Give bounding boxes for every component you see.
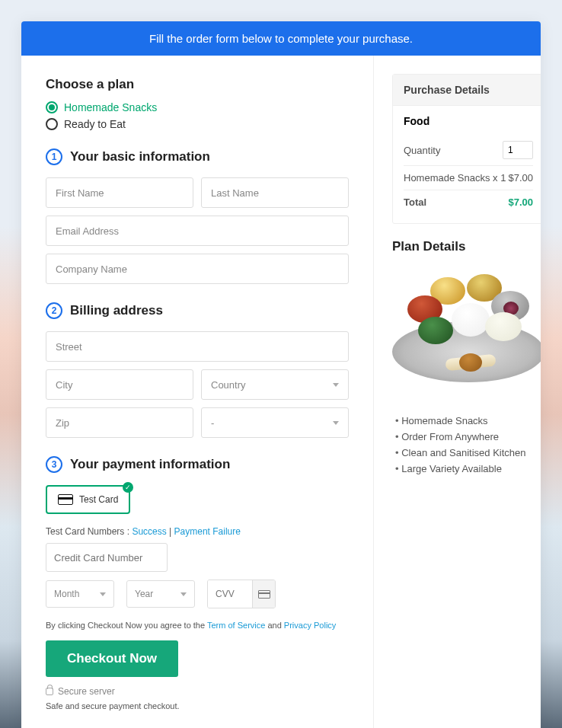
success-link[interactable]: Success — [132, 526, 166, 537]
chevron-down-icon — [333, 421, 339, 425]
company-input[interactable] — [46, 254, 349, 284]
purchase-subhead: Food — [404, 115, 533, 127]
plan-details-title: Plan Details — [392, 239, 541, 254]
line-item-label: Homemade Snacks x 1 — [404, 172, 506, 184]
privacy-link[interactable]: Privacy Policy — [284, 621, 336, 630]
check-icon: ✓ — [123, 482, 133, 493]
last-name-input[interactable] — [201, 177, 349, 208]
total-label: Total — [404, 196, 426, 208]
failure-link[interactable]: Payment Failure — [174, 526, 241, 537]
card-back-icon — [252, 580, 275, 608]
street-input[interactable] — [46, 331, 349, 362]
cc-number-input[interactable] — [46, 543, 168, 572]
bullet-item: Order From Anywhere — [395, 429, 541, 445]
choose-plan-title: Choose a plan — [46, 77, 349, 92]
plan-label: Ready to Eat — [64, 118, 126, 130]
bullet-item: Large Variety Available — [395, 461, 541, 477]
food-thali-image — [392, 268, 541, 390]
form-column: Choose a plan Homemade Snacks Ready to E… — [21, 56, 374, 728]
test-card-note: Test Card Numbers : Success | Payment Fa… — [46, 526, 349, 537]
state-select[interactable]: - — [201, 407, 349, 438]
chevron-down-icon — [180, 592, 187, 596]
plan-option-homemade[interactable]: Homemade Snacks — [46, 101, 349, 113]
email-input[interactable] — [46, 216, 349, 246]
radio-on-icon — [46, 101, 58, 113]
city-input[interactable] — [46, 369, 193, 400]
cvv-field — [207, 580, 276, 608]
zip-input[interactable] — [46, 407, 193, 438]
terms-link[interactable]: Term of Service — [207, 621, 265, 630]
test-card-button[interactable]: Test Card ✓ — [46, 485, 130, 514]
line-item-amount: $7.00 — [508, 172, 533, 184]
first-name-input[interactable] — [46, 177, 193, 208]
checkout-button[interactable]: Checkout Now — [46, 640, 178, 677]
summary-column: Purchase Details Food Quantity Homemade … — [374, 56, 541, 728]
plan-label: Homemade Snacks — [64, 101, 157, 113]
terms-text: By clicking Checkout Now you agree to th… — [46, 621, 349, 630]
lock-icon — [46, 688, 53, 695]
purchase-header: Purchase Details — [393, 75, 541, 106]
secure-server-label: Secure server — [46, 686, 349, 697]
section-title-basic: Your basic information — [70, 149, 210, 164]
chevron-down-icon — [333, 383, 339, 387]
credit-card-icon — [58, 494, 73, 505]
plan-option-ready[interactable]: Ready to Eat — [46, 118, 349, 130]
checkout-card: Fill the order form below to complete yo… — [21, 21, 541, 728]
country-select[interactable]: Country — [201, 369, 349, 400]
step-number-2: 2 — [46, 302, 62, 319]
step-number-3: 3 — [46, 456, 62, 473]
year-select[interactable]: Year — [126, 580, 195, 608]
total-amount: $7.00 — [508, 196, 533, 208]
purchase-panel: Purchase Details Food Quantity Homemade … — [392, 74, 541, 224]
section-title-payment: Your payment information — [70, 457, 230, 472]
qty-input[interactable] — [503, 141, 533, 159]
step-number-1: 1 — [46, 148, 62, 165]
cvv-input[interactable] — [208, 580, 252, 608]
bullet-item: Homemade Snacks — [395, 413, 541, 429]
safe-text: Safe and secure payment checkout. — [46, 701, 349, 710]
radio-off-icon — [46, 118, 58, 130]
banner: Fill the order form below to complete yo… — [21, 21, 541, 56]
month-select[interactable]: Month — [46, 580, 114, 608]
qty-label: Quantity — [404, 145, 440, 156]
bullet-item: Clean and Sanitised Kitchen — [395, 445, 541, 461]
plan-bullets: Homemade Snacks Order From Anywhere Clea… — [392, 413, 541, 477]
section-title-billing: Billing address — [70, 303, 163, 318]
chevron-down-icon — [100, 592, 106, 596]
